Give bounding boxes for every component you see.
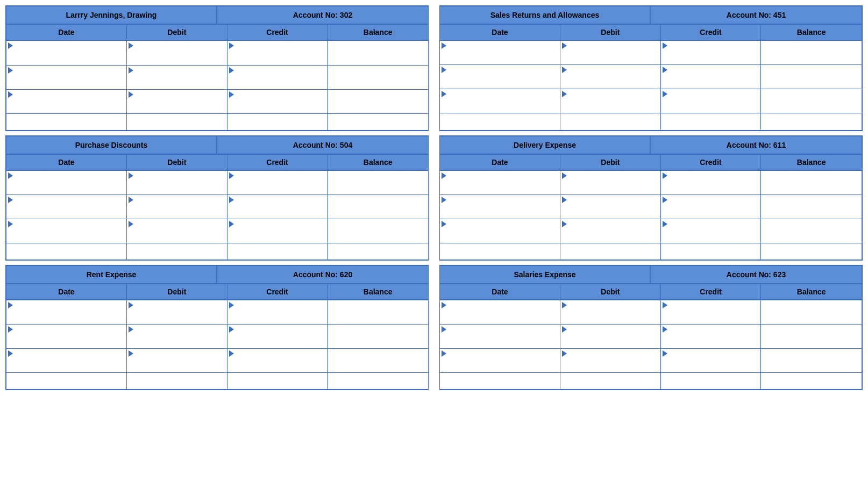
cell[interactable] — [661, 89, 762, 113]
cell[interactable] — [127, 114, 227, 130]
cell[interactable] — [560, 349, 661, 372]
cell[interactable] — [440, 171, 560, 194]
cell[interactable] — [227, 325, 328, 348]
cell[interactable] — [127, 219, 227, 243]
cell[interactable] — [127, 300, 227, 324]
cell[interactable] — [761, 113, 862, 129]
cell[interactable] — [661, 113, 762, 129]
cell[interactable] — [661, 171, 762, 194]
cell[interactable] — [761, 243, 862, 260]
data-rows — [440, 300, 862, 389]
cell[interactable] — [560, 325, 661, 348]
cell[interactable] — [227, 243, 328, 260]
cell[interactable] — [661, 41, 762, 64]
cell[interactable] — [6, 171, 127, 194]
cell[interactable] — [761, 373, 862, 389]
cell[interactable] — [6, 66, 127, 89]
cell[interactable] — [440, 243, 560, 260]
cell[interactable] — [440, 325, 560, 348]
cell[interactable] — [560, 300, 661, 324]
cell[interactable] — [328, 349, 428, 372]
cell[interactable] — [328, 300, 428, 324]
cell[interactable] — [328, 171, 428, 194]
cell[interactable] — [560, 41, 661, 64]
cell[interactable] — [661, 65, 762, 89]
cell[interactable] — [127, 325, 227, 348]
cell[interactable] — [127, 171, 227, 194]
account-no-504: Account No: 504 — [217, 136, 428, 154]
cell[interactable] — [227, 300, 328, 324]
cell[interactable] — [560, 65, 661, 89]
cell[interactable] — [328, 219, 428, 243]
cell[interactable] — [6, 349, 127, 372]
cell[interactable] — [661, 325, 762, 348]
cell[interactable] — [440, 89, 560, 113]
data-rows — [440, 171, 862, 260]
cell[interactable] — [661, 219, 762, 243]
cell[interactable] — [127, 349, 227, 372]
cell[interactable] — [127, 66, 227, 89]
cell[interactable] — [761, 219, 862, 243]
cell[interactable] — [661, 243, 762, 260]
cell[interactable] — [227, 90, 328, 113]
cell[interactable] — [127, 90, 227, 113]
cell[interactable] — [227, 114, 328, 130]
cell[interactable] — [761, 349, 862, 372]
cell[interactable] — [761, 89, 862, 113]
cell[interactable] — [127, 195, 227, 219]
cell[interactable] — [440, 65, 560, 89]
cell[interactable] — [6, 195, 127, 219]
cell[interactable] — [127, 41, 227, 65]
cell[interactable] — [227, 195, 328, 219]
cell[interactable] — [6, 219, 127, 243]
cell[interactable] — [440, 195, 560, 219]
cell[interactable] — [227, 171, 328, 194]
cell[interactable] — [440, 373, 560, 389]
cell[interactable] — [6, 41, 127, 65]
cell[interactable] — [761, 300, 862, 324]
cell[interactable] — [6, 300, 127, 324]
cell[interactable] — [227, 219, 328, 243]
cell[interactable] — [761, 195, 862, 219]
cell[interactable] — [328, 90, 428, 113]
cell[interactable] — [661, 349, 762, 372]
cell[interactable] — [6, 90, 127, 113]
cell[interactable] — [227, 66, 328, 89]
cell[interactable] — [440, 219, 560, 243]
cell[interactable] — [560, 243, 661, 260]
cell[interactable] — [328, 243, 428, 260]
cell[interactable] — [6, 114, 127, 130]
cell[interactable] — [661, 373, 762, 389]
cell[interactable] — [560, 113, 661, 129]
cell[interactable] — [328, 114, 428, 130]
cell[interactable] — [560, 171, 661, 194]
cell[interactable] — [6, 325, 127, 348]
cell[interactable] — [328, 41, 428, 65]
cell[interactable] — [560, 219, 661, 243]
cell[interactable] — [761, 41, 862, 64]
cell[interactable] — [6, 373, 127, 389]
cell[interactable] — [440, 41, 560, 64]
cell[interactable] — [661, 300, 762, 324]
cell[interactable] — [328, 373, 428, 389]
cell[interactable] — [661, 195, 762, 219]
cell[interactable] — [127, 373, 227, 389]
cell[interactable] — [560, 373, 661, 389]
cell[interactable] — [761, 65, 862, 89]
cell[interactable] — [440, 113, 560, 129]
cell[interactable] — [227, 41, 328, 65]
cell[interactable] — [560, 195, 661, 219]
cell[interactable] — [761, 325, 862, 348]
cell[interactable] — [6, 243, 127, 260]
cell[interactable] — [227, 373, 328, 389]
cell[interactable] — [328, 325, 428, 348]
cell[interactable] — [440, 349, 560, 372]
cell[interactable] — [127, 243, 227, 260]
cell[interactable] — [440, 300, 560, 324]
cell[interactable] — [560, 89, 661, 113]
cell[interactable] — [227, 349, 328, 372]
cell[interactable] — [328, 66, 428, 89]
col-date: Date — [440, 155, 560, 170]
cell[interactable] — [761, 171, 862, 194]
cell[interactable] — [328, 195, 428, 219]
